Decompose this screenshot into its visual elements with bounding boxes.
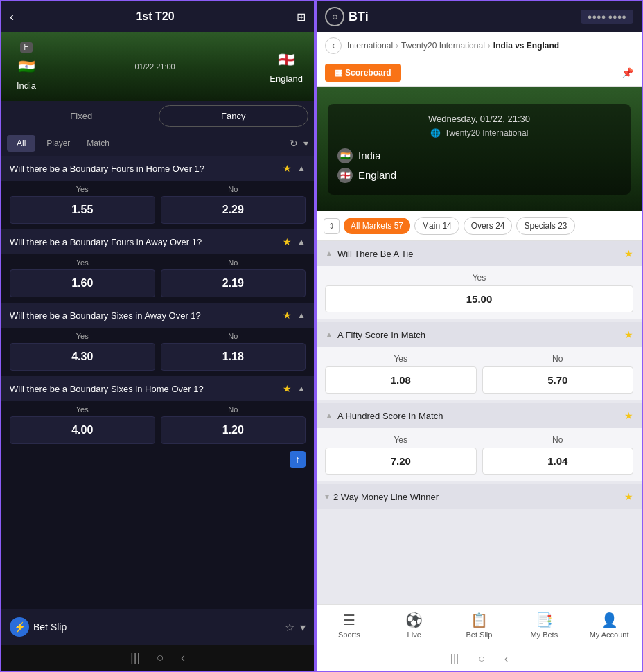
market-section-2: Will there be a Boundary Sixes in Away O… (1, 303, 314, 375)
scoreboard-button[interactable]: ▦ Scoreboard (325, 64, 401, 82)
odds-no-value-2[interactable]: 1.18 (161, 343, 306, 371)
nav-back-icon[interactable]: ‹ (181, 651, 185, 665)
r-odds-row-1: Yes 1.08 No 5.70 (325, 354, 633, 394)
market-header-2: Will there be a Boundary Sixes in Away O… (1, 303, 314, 328)
star-icon-0[interactable]: ★ (283, 163, 292, 174)
left-bottom-bar: ⚡ Bet Slip ☆ ▾ (1, 609, 314, 645)
odds-no-value-1[interactable]: 2.19 (161, 269, 306, 297)
bti-logo: ⊙ BTi (325, 7, 369, 26)
r-market-header-0: ▲ Will There Be A Tie ★ (317, 241, 642, 266)
chevron-icon-2[interactable]: ▲ (297, 310, 306, 320)
r-odds-yes-value-1[interactable]: 1.08 (325, 366, 477, 394)
filter-specials[interactable]: Specials 23 (516, 217, 574, 235)
star-bottom-icon[interactable]: ☆ (285, 621, 294, 634)
nav-home-icon[interactable]: ○ (157, 651, 164, 665)
filter-match[interactable]: Match (81, 135, 115, 152)
star-icon-2[interactable]: ★ (283, 310, 292, 321)
r-star-0[interactable]: ★ (624, 248, 633, 259)
r-chevron-3[interactable]: ▾ (325, 492, 329, 502)
chevron-down-icon[interactable]: ▾ (300, 621, 306, 634)
my-bets-icon: 📑 (536, 612, 553, 628)
breadcrumb-part2[interactable]: Twenty20 International (401, 41, 485, 51)
nav-my-account[interactable]: 👤 My Account (588, 612, 630, 639)
filter-bar: All Player Match ↻ ▾ (1, 131, 314, 156)
odds-yes-value-0[interactable]: 1.55 (10, 196, 155, 224)
team1-circle: 🇮🇳 (337, 148, 353, 163)
tab-fixed[interactable]: Fixed (7, 105, 156, 127)
bti-logo-text: BTi (349, 10, 369, 24)
nav-live[interactable]: ⚽ Live (394, 612, 435, 639)
right-header: ⊙ BTi ●●●● ●●●● (317, 1, 642, 32)
chevron-icon-0[interactable]: ▲ (297, 163, 306, 173)
left-panel: ‹ 1st T20 ⊞ H 🇮🇳 India 01/22 21:00 🏴󠁧󠁢󠁥󠁮… (0, 0, 315, 672)
nav-lines-icon[interactable]: ||| (130, 651, 140, 665)
my-account-icon: 👤 (601, 612, 618, 628)
r-star-1[interactable]: ★ (624, 329, 633, 340)
market-title-2: Will there be a Boundary Sixes in Away O… (10, 310, 201, 321)
filter-main[interactable]: Main 14 (414, 217, 459, 235)
odds-yes-0: Yes 1.55 (10, 185, 155, 224)
away-team-block: 🏴󠁧󠁢󠁥󠁮󠁧󠁿 England (270, 50, 303, 84)
right-nav-home[interactable]: ○ (478, 653, 485, 665)
home-badge: H (20, 42, 32, 53)
r-star-2[interactable]: ★ (624, 410, 633, 421)
right-nav-lines[interactable]: ||| (450, 653, 459, 665)
pin-icon[interactable]: 📌 (622, 67, 633, 78)
expand-icon[interactable]: ▾ (303, 138, 308, 149)
r-odds-no-value-2[interactable]: 1.04 (482, 448, 634, 475)
filter-overs[interactable]: Overs 24 (464, 217, 513, 235)
r-odds-no-value-1[interactable]: 5.70 (482, 366, 634, 394)
team-row-2: 🏴󠁧󠁢󠁥󠁮󠁧󠁿 England (337, 166, 621, 185)
r-chevron-1[interactable]: ▲ (325, 330, 333, 339)
nav-my-bets[interactable]: 📑 My Bets (523, 612, 565, 639)
chevron-icon-1[interactable]: ▲ (297, 237, 306, 247)
back-button[interactable]: ‹ (10, 10, 14, 24)
home-team-block: H 🇮🇳 India (12, 42, 40, 91)
breadcrumb-sep1: › (396, 41, 398, 51)
odds-no-value-3[interactable]: 1.20 (161, 416, 306, 444)
tab-bar: Fixed Fancy (1, 101, 314, 131)
expand-markets-button[interactable]: ⇕ (324, 218, 340, 234)
r-chevron-0[interactable]: ▲ (325, 249, 333, 258)
right-nav-back[interactable]: ‹ (504, 653, 508, 665)
r-star-3[interactable]: ★ (624, 491, 633, 502)
odds-yes-value-1[interactable]: 1.60 (10, 269, 155, 297)
user-area[interactable]: ●●●● ●●●● (581, 10, 633, 24)
odds-yes-value-3[interactable]: 4.00 (10, 416, 155, 444)
refresh-icon[interactable]: ↻ (290, 138, 298, 149)
odds-no-value-0[interactable]: 2.29 (161, 196, 306, 224)
filter-player[interactable]: Player (41, 135, 76, 152)
nav-bet-slip[interactable]: 📋 Bet Slip (458, 612, 500, 639)
match-date: Wednesday, 01/22, 21:30 (337, 114, 621, 124)
filter-all[interactable]: All (7, 135, 35, 152)
odds-yes-2: Yes 4.30 (10, 332, 155, 371)
chevron-icon-3[interactable]: ▲ (297, 384, 306, 394)
r-odds-yes-value-0[interactable]: 15.00 (325, 285, 633, 312)
market-actions-1: ★ ▲ (283, 236, 306, 247)
markets-filter: ⇕ All Markets 57 Main 14 Overs 24 Specia… (317, 211, 642, 241)
breadcrumb-back-button[interactable]: ‹ (325, 37, 342, 54)
r-market-section-1: ▲ A Fifty Score In Match ★ Yes 1.08 No 5… (317, 322, 642, 400)
odds-row-1: Yes 1.60 No 2.19 (1, 254, 314, 301)
tab-fancy[interactable]: Fancy (159, 105, 309, 127)
match-title: 1st T20 (136, 10, 174, 23)
star-icon-1[interactable]: ★ (283, 236, 292, 247)
r-odds-yes-value-2[interactable]: 7.20 (325, 448, 477, 475)
my-account-label: My Account (590, 630, 629, 639)
r-market-title-2: A Hundred Score In Match (337, 411, 443, 421)
left-device-nav: ||| ○ ‹ (1, 645, 314, 671)
bet-slip-button[interactable]: ⚡ Bet Slip (10, 617, 67, 637)
odds-yes-value-2[interactable]: 4.30 (10, 343, 155, 371)
up-arrow-icon[interactable]: ↑ (290, 451, 306, 468)
r-chevron-2[interactable]: ▲ (325, 411, 333, 421)
star-icon-3[interactable]: ★ (283, 383, 292, 394)
nav-sports[interactable]: ☰ Sports (328, 612, 370, 639)
menu-icon[interactable]: ⊞ (297, 10, 306, 24)
market-actions-0: ★ ▲ (283, 163, 306, 174)
breadcrumb-part1[interactable]: International (347, 41, 393, 51)
odds-yes-1: Yes 1.60 (10, 258, 155, 297)
filter-all-markets[interactable]: All Markets 57 (344, 218, 410, 234)
market-actions-3: ★ ▲ (283, 383, 306, 394)
r-odds-row-0: Yes 15.00 (325, 273, 633, 312)
market-section-1: Will there be a Boundary Fours in Away O… (1, 229, 314, 301)
